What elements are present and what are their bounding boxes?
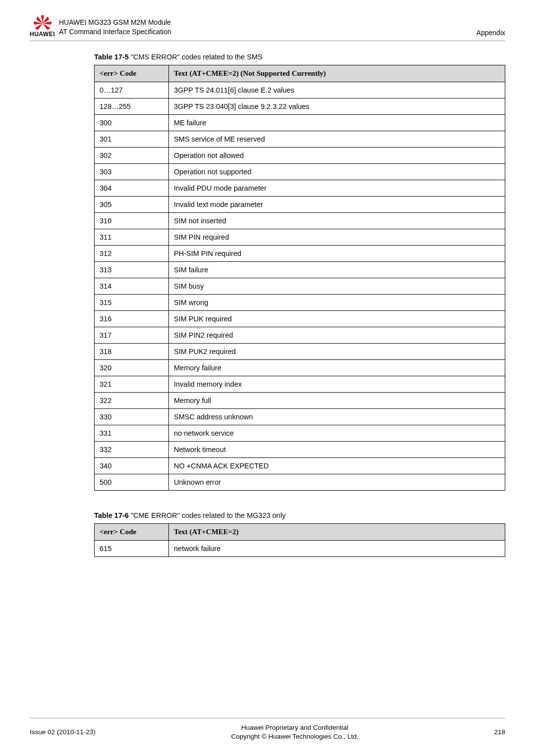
table-row: 300ME failure [95, 115, 505, 131]
err-code-cell: 302 [95, 148, 169, 164]
header-titles: HUAWEI MG323 GSM M2M Module AT Command I… [59, 18, 171, 38]
table-header-row: <err> Code Text (AT+CMEE=2) (Not Support… [95, 65, 505, 82]
err-code-cell: 322 [95, 393, 169, 409]
err-text-cell: PH-SIM PIN required [169, 246, 505, 262]
err-text-cell: SIM wrong [169, 295, 505, 311]
err-code-cell: 128…255 [95, 99, 169, 115]
footer-copyright: Copyright © Huawei Technologies Co., Ltd… [231, 732, 358, 741]
err-text-cell: Invalid PDU mode parameter [169, 180, 505, 197]
err-text-cell: SIM PIN required [169, 229, 505, 246]
err-text-cell: Operation not supported [169, 164, 505, 180]
err-text-cell: Memory full [169, 393, 505, 409]
table-row: 321Invalid memory index [95, 376, 505, 393]
err-code-cell: 304 [95, 180, 169, 197]
table-row: 318SIM PUK2 required [95, 344, 505, 360]
table-17-5-number: Table 17-5 [94, 53, 131, 61]
err-code-cell: 317 [95, 327, 169, 344]
err-text-cell: Invalid memory index [169, 376, 505, 393]
err-code-cell: 318 [95, 344, 169, 360]
footer-issue: Issue 02 (2010-11-23) [30, 728, 96, 736]
table-17-5-title: "CMS ERROR" codes related to the SMS [131, 53, 263, 61]
err-code-cell: 310 [95, 213, 169, 229]
err-code-cell: 311 [95, 229, 169, 246]
page-header: HUAWEI HUAWEI MG323 GSM M2M Module AT Co… [30, 15, 505, 41]
table-row: 310SIM not inserted [95, 213, 505, 229]
footer-proprietary: Huawei Proprietary and Confidential [231, 723, 358, 732]
table-row: 322Memory full [95, 393, 505, 409]
table-row: 0…1273GPP TS 24.011[6] clause E.2 values [95, 82, 505, 99]
err-text-cell: 3GPP TS 24.011[6] clause E.2 values [169, 82, 505, 99]
table-17-6-title: "CME ERROR" codes related to the MG323 o… [131, 511, 286, 519]
err-code-cell: 300 [95, 115, 169, 131]
table-row: 317SIM PIN2 required [95, 327, 505, 344]
table-17-5: <err> Code Text (AT+CMEE=2) (Not Support… [94, 65, 505, 491]
err-text-cell: SMSC address unknown [169, 409, 505, 425]
table-17-6-head-text: Text (AT+CMEE=2) [169, 524, 505, 541]
err-text-cell: SIM busy [169, 278, 505, 295]
err-code-cell: 615 [95, 541, 169, 557]
table-17-6-caption: Table 17-6 "CME ERROR" codes related to … [94, 511, 505, 519]
err-text-cell: SIM PUK required [169, 311, 505, 327]
err-code-cell: 312 [95, 246, 169, 262]
table-17-5-head-code: <err> Code [95, 65, 169, 82]
table-row: 500Unknown error [95, 474, 505, 491]
table-17-6-number: Table 17-6 [94, 511, 131, 519]
table-row: 314SIM busy [95, 278, 505, 295]
err-text-cell: SIM failure [169, 262, 505, 278]
huawei-logo-icon [33, 15, 52, 32]
table-row: 128…2553GPP TS 23.040[3] clause 9.2.3.22… [95, 99, 505, 115]
err-text-cell: Invalid text mode parameter [169, 197, 505, 213]
table-row: 301SMS service of ME reserved [95, 131, 505, 148]
table-row: 315SIM wrong [95, 295, 505, 311]
content-area: Table 17-5 "CMS ERROR" codes related to … [30, 53, 505, 557]
table-row: 316SIM PUK required [95, 311, 505, 327]
err-code-cell: 320 [95, 360, 169, 376]
err-code-cell: 340 [95, 458, 169, 474]
err-text-cell: NO +CNMA ACK EXPECTED [169, 458, 505, 474]
table-row: 312PH-SIM PIN required [95, 246, 505, 262]
table-row: 305Invalid text mode parameter [95, 197, 505, 213]
table-row: 311SIM PIN required [95, 229, 505, 246]
doc-title-line1: HUAWEI MG323 GSM M2M Module [59, 18, 171, 27]
footer-page-number: 218 [494, 728, 505, 736]
table-17-5-caption: Table 17-5 "CMS ERROR" codes related to … [94, 53, 505, 61]
table-row: 340NO +CNMA ACK EXPECTED [95, 458, 505, 474]
table-17-5-head-text: Text (AT+CMEE=2) (Not Supported Currentl… [169, 65, 505, 82]
err-code-cell: 330 [95, 409, 169, 425]
err-text-cell: Memory failure [169, 360, 505, 376]
header-section-label: Appendix [477, 29, 505, 38]
err-text-cell: Operation not allowed [169, 148, 505, 164]
table-row: 331no network service [95, 425, 505, 442]
brand-logo: HUAWEI [30, 15, 55, 38]
err-text-cell: SIM not inserted [169, 213, 505, 229]
page-footer: Issue 02 (2010-11-23) Huawei Proprietary… [30, 718, 505, 741]
err-text-cell: ME failure [169, 115, 505, 131]
err-code-cell: 313 [95, 262, 169, 278]
err-code-cell: 314 [95, 278, 169, 295]
err-code-cell: 315 [95, 295, 169, 311]
table-row: 302Operation not allowed [95, 148, 505, 164]
err-code-cell: 305 [95, 197, 169, 213]
doc-title-line2: AT Command Interface Specification [59, 27, 171, 37]
err-text-cell: no network service [169, 425, 505, 442]
table-17-6: <err> Code Text (AT+CMEE=2) 615network f… [94, 523, 505, 557]
err-text-cell: SIM PIN2 required [169, 327, 505, 344]
table-17-6-head-code: <err> Code [95, 524, 169, 541]
table-row: 303Operation not supported [95, 164, 505, 180]
table-row: 304Invalid PDU mode parameter [95, 180, 505, 197]
err-text-cell: Unknown error [169, 474, 505, 491]
footer-rule [30, 718, 505, 718]
err-text-cell: SMS service of ME reserved [169, 131, 505, 148]
header-left: HUAWEI HUAWEI MG323 GSM M2M Module AT Co… [30, 15, 171, 38]
table-row: 320Memory failure [95, 360, 505, 376]
err-text-cell: Network timeout [169, 442, 505, 458]
err-code-cell: 316 [95, 311, 169, 327]
err-code-cell: 0…127 [95, 82, 169, 99]
table-row: 313SIM failure [95, 262, 505, 278]
err-text-cell: 3GPP TS 23.040[3] clause 9.2.3.22 values [169, 99, 505, 115]
err-code-cell: 332 [95, 442, 169, 458]
table-row: 330SMSC address unknown [95, 409, 505, 425]
table-header-row: <err> Code Text (AT+CMEE=2) [95, 524, 505, 541]
footer-center: Huawei Proprietary and Confidential Copy… [231, 723, 358, 741]
err-code-cell: 500 [95, 474, 169, 491]
